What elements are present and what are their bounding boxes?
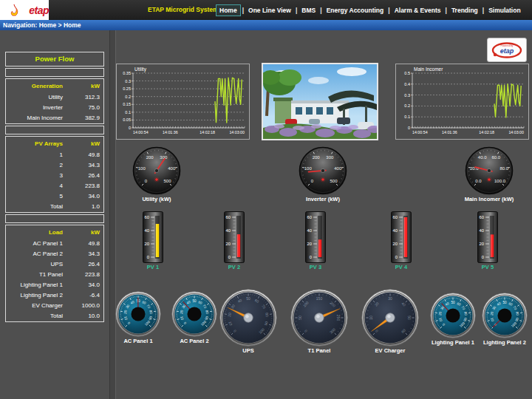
dial-gauge-ups: 0102030405060708090100UPS	[214, 289, 282, 354]
etap-oval-logo: Powered by etap	[491, 41, 523, 60]
microgrid-photo	[262, 63, 378, 140]
brand-text: etap	[29, 4, 49, 16]
gauge-led	[155, 178, 158, 181]
svg-text:50: 50	[246, 296, 250, 301]
menu-separator: |	[388, 7, 389, 14]
table-row: UPS26.4	[6, 259, 103, 269]
main-incomer-trend-chart[interactable]: Main Incomer00.10.20.30.40.514:00:5414:0…	[395, 64, 529, 140]
chart-svg: Main Incomer00.10.20.30.40.514:00:5414:0…	[396, 64, 528, 139]
svg-text:14:01:36: 14:01:36	[163, 130, 178, 134]
svg-text:14:00:54: 14:00:54	[133, 130, 149, 134]
bar-meter-label: PV 5	[475, 264, 500, 270]
menu-item-one-line-view[interactable]: One Line View	[245, 4, 294, 16]
svg-text:60: 60	[480, 215, 484, 219]
dial-gauge-ev-charger: 0102030405060EV Charger	[356, 289, 424, 354]
svg-text:20: 20	[393, 242, 398, 246]
svg-text:0.2: 0.2	[404, 103, 410, 108]
menu-item-simulation[interactable]: Simulation	[485, 4, 523, 16]
analog-gauge-inverter-kw-: 0100200300400500Inverter (kW)	[293, 146, 352, 202]
table-spacer	[5, 126, 104, 134]
svg-text:50: 50	[192, 299, 197, 303]
svg-text:500: 500	[330, 179, 338, 183]
svg-text:100: 100	[138, 166, 146, 171]
svg-text:50: 50	[502, 301, 507, 304]
analog-gauge-utility-kw-: 0100200300400500Utility (kW)	[127, 146, 186, 202]
menu-separator: |	[242, 7, 244, 14]
table-row: Total10.0	[6, 310, 103, 321]
bar-meter-pv-2: 6040200PV 2	[222, 211, 247, 270]
table-spacer	[5, 214, 104, 223]
utility-trend-chart[interactable]: Utility00.050.10.150.20.250.30.3514:00:5…	[116, 64, 250, 140]
table-row: Utility312.3	[6, 92, 103, 102]
svg-text:40: 40	[145, 228, 149, 233]
svg-text:50: 50	[451, 301, 455, 304]
section-header: GenerationkW	[6, 80, 103, 92]
table-row: AC Panel 234.3	[6, 248, 103, 259]
svg-text:20: 20	[145, 242, 149, 246]
power-flow-sections: GenerationkWUtility312.3Inverter75.0Main…	[5, 78, 104, 322]
dial-gauge-label: EV Charger	[356, 347, 424, 354]
section-header: LoadkW	[6, 226, 103, 238]
svg-text:14:03:00: 14:03:00	[229, 130, 245, 134]
svg-text:20: 20	[480, 242, 484, 246]
svg-text:0.5: 0.5	[404, 71, 410, 75]
bar-meter-pv-4: 6040200PV 4	[389, 211, 414, 270]
bar-meter-label: PV 4	[389, 264, 414, 270]
svg-text:40: 40	[307, 228, 312, 233]
app-title: ETAP Microgrid System	[148, 0, 219, 20]
section-generation: GenerationkWUtility312.3Inverter75.0Main…	[5, 78, 104, 124]
menu-item-alarm-events[interactable]: Alarm & Events	[392, 4, 444, 16]
svg-text:14:01:36: 14:01:36	[442, 130, 457, 134]
svg-text:0.1: 0.1	[125, 110, 131, 115]
dial-gauge-lighting-panel-1: 0102030405060708090100Lighting Panel 1	[425, 293, 481, 346]
dial-gauge-t1-panel: 050100150200250300T1 Panel	[285, 289, 353, 354]
menu-item-bms[interactable]: BMS	[299, 4, 318, 16]
svg-text:20: 20	[227, 313, 232, 318]
svg-text:0.0: 0.0	[475, 179, 482, 183]
svg-text:40.0: 40.0	[478, 155, 487, 160]
svg-text:50: 50	[407, 316, 412, 320]
bar-meter-label: PV 3	[303, 264, 328, 270]
svg-text:60: 60	[145, 215, 149, 219]
menu-item-home[interactable]: Home	[216, 4, 241, 16]
table-row: T1 Panel223.8	[6, 269, 103, 279]
svg-text:0: 0	[408, 126, 410, 130]
powered-by-etap-badge: Powered by etap	[487, 38, 527, 62]
svg-text:0.3: 0.3	[125, 79, 131, 83]
svg-text:0: 0	[395, 255, 398, 259]
svg-text:0: 0	[310, 255, 312, 259]
svg-text:Powered by: Powered by	[501, 44, 514, 47]
menu-item-energy-accounting[interactable]: Energy Accounting	[324, 4, 387, 16]
section-load: LoadkWAC Panel 149.8AC Panel 234.3UPS26.…	[5, 225, 104, 322]
menu-separator: |	[482, 7, 484, 14]
bar-meter-label: PV 2	[222, 264, 247, 270]
svg-text:20: 20	[226, 242, 231, 246]
table-row: 234.3	[6, 160, 103, 170]
dial-gauge-label: Lighting Panel 2	[477, 339, 532, 346]
bar-meter-pv-5: 6040200PV 5	[475, 211, 500, 270]
svg-text:0: 0	[129, 126, 131, 130]
svg-text:60: 60	[307, 215, 312, 219]
svg-text:40: 40	[480, 228, 484, 233]
svg-text:0: 0	[228, 255, 231, 259]
svg-text:40: 40	[393, 228, 398, 233]
gauge-label: Inverter (kW)	[293, 196, 352, 202]
svg-text:0.2: 0.2	[125, 95, 131, 99]
svg-text:60.0: 60.0	[491, 155, 500, 160]
svg-text:0: 0	[147, 255, 149, 259]
svg-text:10: 10	[369, 316, 373, 320]
menu-item-trending[interactable]: Trending	[449, 4, 481, 16]
svg-text:400: 400	[334, 166, 342, 171]
svg-text:0.15: 0.15	[123, 102, 131, 106]
svg-text:100.0: 100.0	[494, 179, 506, 183]
table-row: Total1.0	[6, 201, 103, 211]
gauge-label: Main Incomer (kW)	[460, 196, 519, 202]
table-row: Lighting Panel 2-6.4	[6, 290, 103, 300]
menu-separator: |	[296, 7, 297, 14]
etap-logo[interactable]: etap	[0, 0, 49, 20]
table-row: 534.0	[6, 191, 103, 201]
svg-text:14:00:54: 14:00:54	[412, 130, 428, 134]
main-menu: Home|One Line View|BMS|Energy Accounting…	[216, 0, 524, 20]
svg-text:400: 400	[168, 166, 176, 171]
menu-separator: |	[445, 7, 446, 14]
